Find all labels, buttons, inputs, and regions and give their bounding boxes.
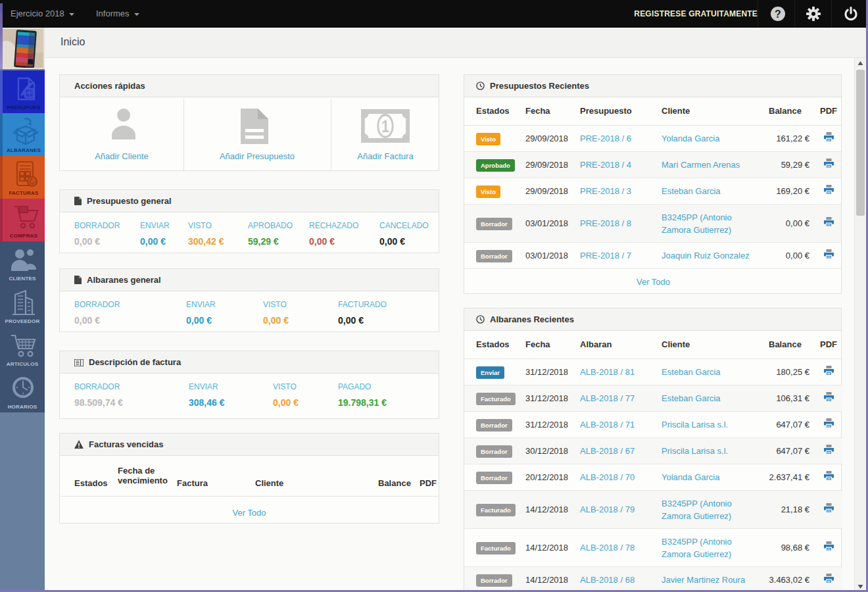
svg-text:1: 1 bbox=[381, 117, 389, 136]
svg-text:?: ? bbox=[775, 9, 781, 20]
